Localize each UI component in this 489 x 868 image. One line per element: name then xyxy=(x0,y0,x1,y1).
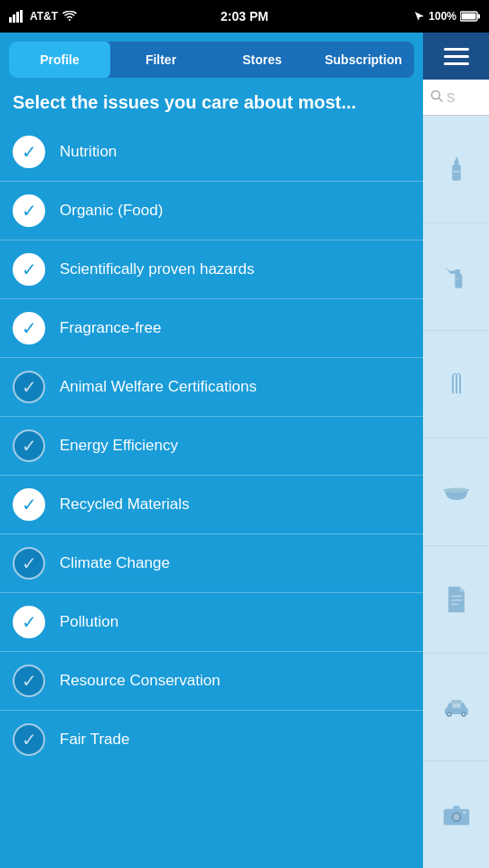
wifi-icon xyxy=(62,11,77,22)
issue-label: Nutrition xyxy=(60,143,117,161)
svg-rect-31 xyxy=(452,703,461,708)
carrier-label: AT&T xyxy=(30,10,58,23)
sidebar-item-document[interactable] xyxy=(423,546,489,654)
svg-rect-15 xyxy=(449,271,456,274)
issue-label: Fragrance-free xyxy=(60,319,161,337)
tab-profile[interactable]: Profile xyxy=(9,42,110,78)
check-recycled[interactable]: ✓ xyxy=(13,488,45,521)
svg-point-30 xyxy=(462,713,464,715)
list-item[interactable]: ✓ Scientifically proven hazards xyxy=(0,241,423,299)
svg-rect-3 xyxy=(20,10,23,23)
hamburger-button[interactable] xyxy=(423,33,489,80)
document-icon xyxy=(442,585,471,614)
issues-list: ✓ Nutrition ✓ Organic (Food) ✓ Scientifi… xyxy=(0,123,423,868)
left-panel: Profile Filter Stores Subscription Selec… xyxy=(0,33,423,868)
camera-icon xyxy=(442,800,471,829)
location-icon xyxy=(414,11,425,22)
issue-label: Climate Change xyxy=(60,554,170,572)
signal-icon xyxy=(9,10,25,23)
tab-filter[interactable]: Filter xyxy=(110,42,212,78)
right-panel: S xyxy=(423,33,489,868)
sidebar-item-food[interactable] xyxy=(423,331,489,439)
svg-rect-13 xyxy=(455,274,462,288)
list-item[interactable]: ✓ Organic (Food) xyxy=(0,182,423,241)
status-time: 2:03 PM xyxy=(221,9,268,24)
pet-bowl-icon xyxy=(442,477,471,506)
svg-rect-1 xyxy=(13,14,15,23)
status-right: 100% xyxy=(414,10,480,23)
hamburger-line xyxy=(444,48,469,51)
sidebar-item-spray[interactable] xyxy=(423,223,489,331)
battery-icon xyxy=(460,11,480,22)
list-item[interactable]: ✓ Nutrition xyxy=(0,123,423,182)
check-energy[interactable]: ✓ xyxy=(13,429,45,462)
svg-point-23 xyxy=(444,488,468,493)
svg-line-8 xyxy=(439,98,443,101)
check-organic[interactable]: ✓ xyxy=(13,194,45,227)
tab-stores[interactable]: Stores xyxy=(212,42,313,78)
battery-label: 100% xyxy=(428,10,456,23)
status-left: AT&T xyxy=(9,10,77,23)
svg-rect-10 xyxy=(454,160,458,165)
svg-rect-0 xyxy=(9,17,12,23)
check-climate[interactable]: ✓ xyxy=(13,547,45,580)
spray-bottle-icon xyxy=(442,262,471,291)
tab-bar: Profile Filter Stores Subscription xyxy=(9,42,414,78)
list-item[interactable]: ✓ Animal Welfare Certifications xyxy=(0,358,423,417)
svg-rect-12 xyxy=(453,171,460,173)
check-resource[interactable]: ✓ xyxy=(13,665,45,697)
soap-bottle-icon xyxy=(442,155,471,184)
hamburger-line xyxy=(444,62,469,65)
check-animal[interactable]: ✓ xyxy=(13,371,45,403)
search-bar[interactable]: S xyxy=(423,80,489,116)
list-item[interactable]: ✓ Resource Conservation xyxy=(0,652,423,711)
svg-point-29 xyxy=(447,713,449,715)
fork-icon xyxy=(442,370,471,399)
list-item[interactable]: ✓ Recycled Materials xyxy=(0,476,423,534)
sidebar-icons xyxy=(423,116,489,868)
svg-rect-2 xyxy=(16,12,19,23)
check-hazards[interactable]: ✓ xyxy=(13,253,45,286)
issue-label: Pollution xyxy=(60,613,118,631)
list-item[interactable]: ✓ Climate Change xyxy=(0,534,423,593)
issue-label: Animal Welfare Certifications xyxy=(60,378,257,396)
issue-label: Resource Conservation xyxy=(60,672,221,690)
list-item[interactable]: ✓ Fragrance-free xyxy=(0,299,423,358)
sidebar-item-soap[interactable] xyxy=(423,116,489,223)
issue-label: Organic (Food) xyxy=(60,202,163,220)
sidebar-item-car[interactable] xyxy=(423,654,489,761)
svg-line-17 xyxy=(446,268,447,269)
check-fragrance[interactable]: ✓ xyxy=(13,312,45,344)
svg-point-34 xyxy=(453,814,459,820)
hamburger-line xyxy=(444,55,469,58)
section-header: Select the issues you care about most... xyxy=(0,78,423,123)
check-pollution[interactable]: ✓ xyxy=(13,606,45,638)
search-label: S xyxy=(447,90,455,105)
car-icon xyxy=(442,693,471,722)
svg-rect-11 xyxy=(456,157,457,161)
svg-line-16 xyxy=(447,269,449,272)
tab-subscription[interactable]: Subscription xyxy=(313,42,414,78)
status-bar: AT&T 2:03 PM 100% xyxy=(0,0,489,33)
sidebar-item-bowl[interactable] xyxy=(423,439,489,546)
issue-label: Energy Efficiency xyxy=(60,437,178,455)
main-layout: Profile Filter Stores Subscription Selec… xyxy=(0,33,489,868)
list-item[interactable]: ✓ Fair Trade xyxy=(0,711,423,769)
svg-rect-5 xyxy=(478,14,481,19)
sidebar-item-camera[interactable] xyxy=(423,761,489,868)
list-item[interactable]: ✓ Pollution xyxy=(0,593,423,652)
svg-rect-18 xyxy=(455,278,458,280)
issue-label: Scientifically proven hazards xyxy=(60,260,254,278)
svg-rect-6 xyxy=(462,14,476,20)
check-fairtrade[interactable]: ✓ xyxy=(13,723,45,756)
issue-label: Fair Trade xyxy=(60,731,129,749)
list-item[interactable]: ✓ Energy Efficiency xyxy=(0,417,423,476)
search-icon xyxy=(430,90,443,106)
svg-point-35 xyxy=(463,811,466,815)
issue-label: Recycled Materials xyxy=(60,495,190,514)
check-nutrition[interactable]: ✓ xyxy=(13,136,45,168)
